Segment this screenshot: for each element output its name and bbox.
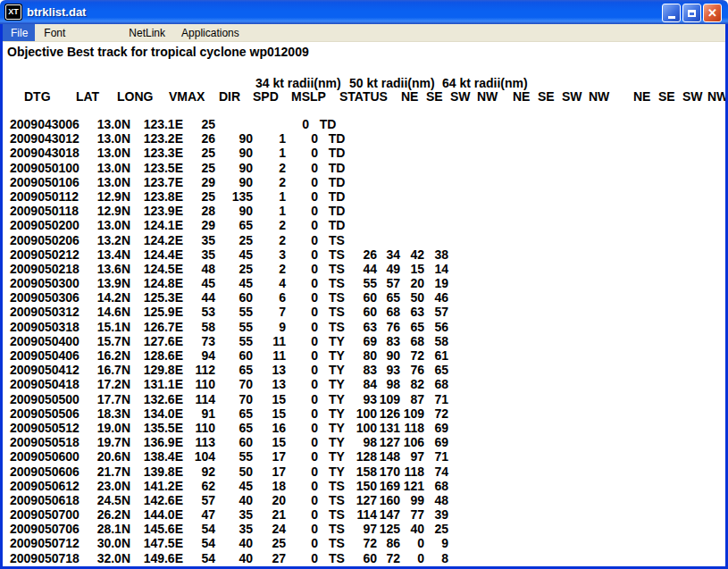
menu-netlink[interactable]: NetLink — [121, 24, 172, 41]
cell-r34-ne: 150 — [356, 479, 377, 493]
cell-dir: 55 — [215, 334, 253, 348]
cell-spd: 11 — [253, 348, 286, 363]
cell-r34-ne: 63 — [356, 320, 377, 334]
cell-lat: 13.0N — [82, 131, 130, 146]
cell-status: TS — [318, 479, 356, 493]
cell-r34-nw: 71 — [424, 449, 448, 464]
cell-lat: 14.6N — [82, 305, 130, 319]
menu-font[interactable]: Font — [37, 24, 72, 41]
cell-dtg: 2009050506 — [3, 406, 82, 421]
cell-mslp: 0 — [286, 421, 318, 435]
cell-r34-ne — [356, 146, 377, 160]
cell-spd: 18 — [253, 479, 286, 493]
cell-long: 139.8E — [130, 464, 183, 479]
cell-r34-nw — [424, 161, 448, 175]
cell-r34-se: 170 — [377, 464, 400, 479]
cell-dir: 90 — [215, 161, 253, 175]
cell-lat: 12.9N — [82, 204, 130, 218]
minimize-button[interactable] — [662, 4, 681, 22]
cell-r34-ne: 98 — [356, 435, 377, 449]
cell-status: TS — [318, 536, 356, 550]
cell-mslp: 0 — [286, 551, 318, 565]
cell-status: TD — [318, 161, 356, 175]
cell-status: TD — [309, 117, 347, 131]
table-row: 200905060020.6N138.4E10455170TY128148977… — [3, 449, 725, 464]
app-icon[interactable]: XT — [5, 4, 21, 20]
cell-dtg: 2009050300 — [3, 276, 82, 290]
titlebar[interactable]: XT btrklist.dat ✕ — [0, 0, 728, 24]
cell-r34-sw: 20 — [400, 276, 424, 290]
cell-spd: 1 — [253, 204, 286, 218]
table-row: 200905030013.9N124.8E454540TS55572019 — [3, 276, 725, 290]
cell-dtg: 2009050612 — [3, 479, 82, 493]
cell-mslp: 0 — [286, 435, 318, 449]
cell-r34-sw — [400, 161, 424, 175]
cell-r34-sw: 77 — [400, 507, 424, 522]
cell-r34-se: 126 — [377, 406, 400, 421]
cell-dtg: 2009050400 — [3, 334, 82, 348]
cell-spd: 9 — [253, 320, 286, 334]
cell-long: 123.8E — [130, 189, 183, 204]
cell-r34-ne: 127 — [356, 493, 377, 507]
column-header-se-17: SE — [658, 89, 675, 104]
cell-status: TS — [318, 247, 356, 262]
cell-mslp: 0 — [286, 233, 318, 247]
cell-r34-sw — [400, 233, 424, 247]
table-row: 200905011212.9N123.8E2513510TD — [3, 189, 725, 204]
cell-vmax: 48 — [183, 262, 215, 276]
cell-mslp: 0 — [286, 363, 318, 377]
cell-r34-se: 65 — [377, 290, 400, 305]
cell-lat: 20.6N — [82, 449, 130, 464]
cell-long: 149.6E — [130, 551, 183, 565]
cell-vmax: 110 — [183, 377, 215, 391]
cell-r34-se — [377, 218, 400, 232]
cell-mslp: 0 — [286, 131, 318, 146]
menubar: FileFontNetLinkApplications — [3, 24, 725, 42]
cell-dtg: 2009043018 — [3, 146, 82, 160]
column-header-ne-8: NE — [401, 89, 418, 104]
cell-dtg: 2009050212 — [3, 247, 82, 262]
cell-mslp: 0 — [286, 320, 318, 334]
cell-spd: 2 — [253, 175, 286, 189]
cell-dtg: 2009050512 — [3, 421, 82, 435]
cell-long: 123.3E — [130, 146, 183, 160]
cell-r34-se: 147 — [377, 507, 400, 522]
menu-applications[interactable]: Applications — [174, 24, 247, 41]
cell-dtg: 2009050106 — [3, 175, 82, 189]
cell-dtg: 2009050618 — [3, 493, 82, 507]
cell-r34-ne — [356, 117, 377, 131]
column-header-status-7: STATUS — [339, 89, 388, 104]
cell-long: 141.2E — [130, 479, 183, 493]
cell-dtg: 2009043006 — [3, 117, 82, 131]
cell-r34-se — [377, 233, 400, 247]
cell-mslp: 0 — [286, 146, 318, 160]
cell-spd: 4 — [253, 276, 286, 290]
column-header-nw-15: NW — [589, 89, 609, 104]
cell-r34-nw — [424, 117, 448, 131]
cell-long: 124.8E — [130, 276, 183, 290]
cell-dir: 55 — [215, 320, 253, 334]
cell-dir: 60 — [215, 290, 253, 305]
cell-r34-nw: 65 — [424, 363, 448, 377]
menu-file[interactable]: File — [3, 24, 35, 41]
close-button[interactable]: ✕ — [703, 4, 722, 22]
cell-lat: 26.2N — [82, 507, 130, 522]
cell-r34-sw — [400, 146, 424, 160]
cell-lat: 14.2N — [82, 290, 130, 305]
cell-lat: 13.6N — [82, 262, 130, 276]
table-row: 200905010013.0N123.5E259020TD — [3, 161, 725, 175]
cell-r34-se: 76 — [377, 320, 400, 334]
cell-r34-sw: 42 — [400, 247, 424, 262]
cell-mslp: 0 — [286, 175, 318, 189]
cell-lat: 13.9N — [82, 276, 130, 290]
cell-lat: 13.0N — [82, 218, 130, 232]
cell-long: 128.6E — [130, 348, 183, 363]
cell-r34-se: 90 — [377, 348, 400, 363]
cell-spd: 25 — [253, 536, 286, 550]
column-header-se-13: SE — [538, 89, 555, 104]
cell-dtg: 2009050318 — [3, 320, 82, 334]
maximize-button[interactable] — [682, 4, 701, 22]
cell-dir: 35 — [215, 507, 253, 522]
cell-r34-nw: 56 — [424, 320, 448, 334]
cell-vmax: 25 — [183, 189, 215, 204]
